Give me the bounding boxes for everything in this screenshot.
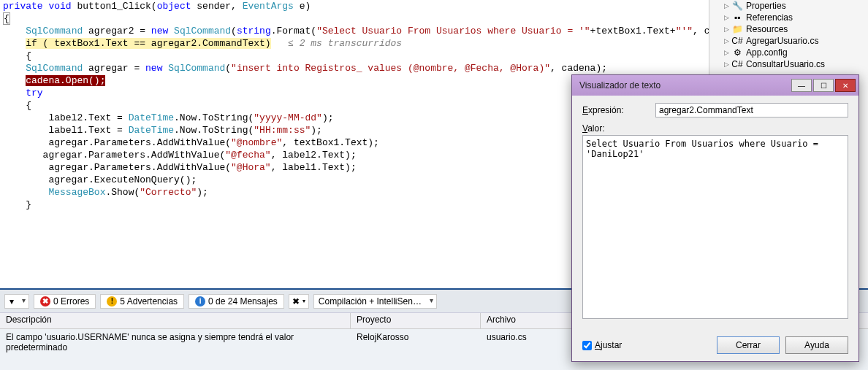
config-icon: ⚙ xyxy=(731,47,743,58)
folder-icon: 📁 xyxy=(731,24,743,34)
code-line[interactable]: private void button1_Click(object sender… xyxy=(0,0,709,12)
tree-item-label: ConsultarUsuario.cs xyxy=(746,59,825,69)
col-project[interactable]: Proyecto xyxy=(351,313,481,328)
close-button[interactable]: ✕ xyxy=(835,79,856,92)
errors-count: 0 Errores xyxy=(53,296,89,307)
expand-arrow-icon[interactable]: ▷ xyxy=(724,37,731,45)
dialog-title: Visualizador de texto xyxy=(579,80,660,90)
help-button[interactable]: Ayuda xyxy=(785,336,848,354)
tree-item-label: Resources xyxy=(746,24,788,34)
code-line[interactable]: SqlCommand agregar = new SqlCommand("ins… xyxy=(0,62,709,74)
expand-arrow-icon[interactable]: ▷ xyxy=(724,49,731,56)
expression-label: Expresión: xyxy=(582,105,655,115)
tree-item-label: Referencias xyxy=(746,12,793,23)
error-project: RelojKarosso xyxy=(351,331,481,354)
messages-button[interactable]: i0 de 24 Mensajes xyxy=(189,294,284,309)
tree-item[interactable]: ▷📁Resources xyxy=(709,23,868,35)
code-line[interactable]: { xyxy=(0,50,709,62)
dialog-titlebar[interactable]: Visualizador de texto — ☐ ✕ xyxy=(572,75,859,96)
maximize-button[interactable]: ☐ xyxy=(813,79,834,92)
messages-count: 0 de 24 Mensajes xyxy=(208,296,278,307)
tree-item[interactable]: ▷▪▪Referencias xyxy=(709,12,868,23)
cs-icon: C# xyxy=(731,36,743,46)
code-line[interactable]: { xyxy=(0,12,709,25)
minimize-button[interactable]: — xyxy=(791,79,812,92)
expression-input[interactable] xyxy=(655,103,848,117)
tree-item-label: AgregarUsuario.cs xyxy=(746,36,818,46)
scope-dropdown[interactable]: ▾ xyxy=(4,294,29,309)
tree-item[interactable]: ▷C#AgregarUsuario.cs xyxy=(709,35,868,47)
text-visualizer-dialog: Visualizador de texto — ☐ ✕ Expresión: V… xyxy=(571,74,859,362)
expand-arrow-icon[interactable]: ▷ xyxy=(724,2,731,9)
value-textarea[interactable] xyxy=(582,135,848,319)
error-description: El campo 'usuario.USERNAME' nunca se asi… xyxy=(0,331,351,354)
filter-button[interactable]: ✖▾ xyxy=(289,294,309,309)
tree-item-label: Properties xyxy=(746,1,786,11)
tree-item[interactable]: ▷C#ConsultarUsuario.cs xyxy=(709,58,868,70)
wrap-checkbox-label[interactable]: Ajustar xyxy=(582,340,622,350)
refs-icon: ▪▪ xyxy=(731,12,743,23)
tree-item[interactable]: ▷🔧Properties xyxy=(709,0,868,12)
tree-item[interactable]: ▷⚙App.config xyxy=(709,47,868,58)
errors-button[interactable]: ✖0 Errores xyxy=(34,294,96,309)
warnings-count: 5 Advertencias xyxy=(120,296,178,307)
build-dropdown[interactable]: Compilación + IntelliSen… xyxy=(313,294,437,309)
tree-item-label: App.config xyxy=(746,47,788,58)
cs-icon: C# xyxy=(731,59,743,69)
info-icon: i xyxy=(195,296,205,307)
error-icon: ✖ xyxy=(40,296,50,307)
value-label: Valor: xyxy=(582,123,655,134)
wrap-checkbox[interactable] xyxy=(582,341,592,350)
warnings-button[interactable]: !5 Advertencias xyxy=(100,294,184,309)
wrench-icon: 🔧 xyxy=(731,1,743,11)
expand-arrow-icon[interactable]: ▷ xyxy=(724,61,731,68)
close-dialog-button[interactable]: Cerrar xyxy=(717,336,780,354)
warning-icon: ! xyxy=(107,296,117,307)
code-line[interactable]: SqlCommand agregar2 = new SqlCommand(str… xyxy=(0,25,709,37)
expand-arrow-icon[interactable]: ▷ xyxy=(724,26,731,33)
col-description[interactable]: Descripción xyxy=(0,313,351,328)
wrap-text: Ajustar xyxy=(595,340,622,350)
expand-arrow-icon[interactable]: ▷ xyxy=(724,14,731,21)
code-line[interactable]: if ( textBox1.Text == agregar2.CommandTe… xyxy=(0,37,709,50)
